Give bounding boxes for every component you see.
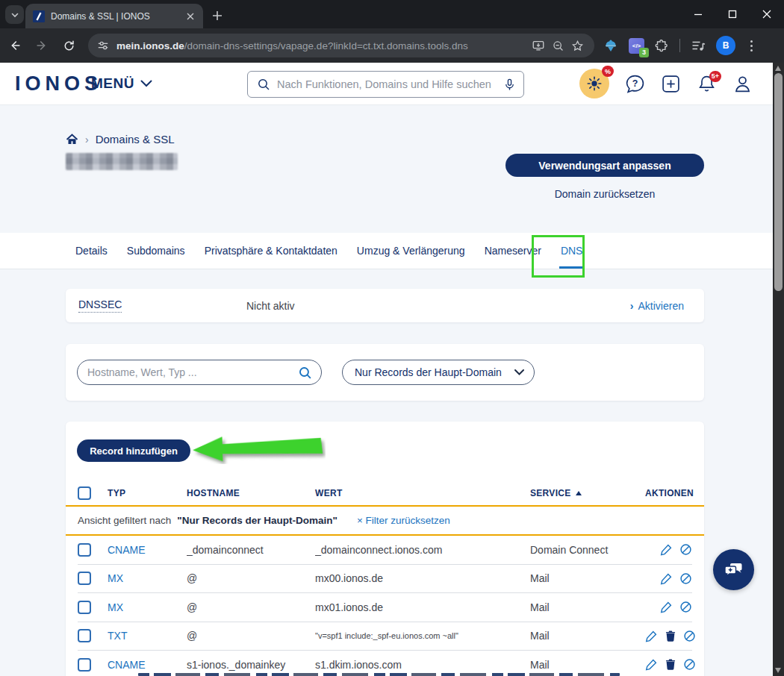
- zoom-out-icon[interactable]: [548, 36, 567, 55]
- url-text: mein.ionos.de/domain-dns-settings/vapage…: [116, 40, 529, 51]
- profile-avatar[interactable]: B: [716, 36, 735, 55]
- record-hostname: s1-ionos._domainkey: [187, 659, 315, 671]
- disable-record-icon[interactable]: [683, 630, 696, 642]
- global-search[interactable]: [247, 71, 524, 98]
- disable-record-icon[interactable]: [679, 601, 692, 613]
- select-all-checkbox[interactable]: [78, 486, 91, 500]
- record-type[interactable]: CNAME: [108, 659, 187, 671]
- disable-record-icon[interactable]: [683, 658, 696, 671]
- offers-sun-icon[interactable]: %: [579, 69, 609, 98]
- reset-domain-link[interactable]: Domain zurücksetzen: [505, 188, 704, 200]
- edit-record-icon[interactable]: [660, 572, 673, 585]
- row-checkbox[interactable]: [78, 629, 91, 642]
- tab-subdomains[interactable]: Subdomains: [127, 233, 185, 269]
- notifications-badge: 5+: [709, 71, 721, 82]
- search-submit-icon[interactable]: [298, 366, 312, 380]
- address-bar[interactable]: mein.ionos.de/domain-dns-settings/vapage…: [88, 34, 594, 57]
- scrollbar-down-arrow[interactable]: [775, 668, 781, 673]
- record-service: Mail: [530, 659, 645, 671]
- record-type[interactable]: MX: [108, 572, 187, 584]
- row-checkbox[interactable]: [78, 658, 91, 672]
- edit-record-icon[interactable]: [660, 543, 673, 556]
- row-checkbox[interactable]: [78, 543, 91, 557]
- back-button[interactable]: [3, 34, 27, 57]
- media-controls-icon[interactable]: [691, 38, 706, 53]
- record-type[interactable]: TXT: [108, 630, 187, 642]
- edit-record-icon[interactable]: [645, 630, 658, 642]
- browser-toolbar: mein.ionos.de/domain-dns-settings/vapage…: [0, 28, 784, 63]
- reset-filter-link[interactable]: × Filter zurücksetzen: [357, 515, 450, 526]
- tab-dns[interactable]: DNS: [561, 233, 583, 269]
- tab-privacy-contacts[interactable]: Privatsphäre & Kontaktdaten: [205, 233, 337, 269]
- browser-titlebar: Domains & SSL | IONOS: [0, 0, 784, 28]
- browser-menu-icon[interactable]: [746, 37, 757, 54]
- add-product-icon[interactable]: [661, 74, 681, 94]
- scrollbar-thumb[interactable]: [774, 73, 783, 291]
- table-header: TYP HOSTNAME WERT SERVICE AKTIONEN: [78, 481, 692, 505]
- delete-record-icon[interactable]: [665, 630, 676, 642]
- chat-assistant-button[interactable]: [713, 549, 754, 590]
- record-type[interactable]: MX: [108, 601, 187, 613]
- help-icon[interactable]: ?: [625, 74, 645, 94]
- col-service-sort[interactable]: SERVICE: [530, 488, 645, 498]
- new-tab-button[interactable]: [208, 6, 227, 25]
- tab-details[interactable]: Details: [75, 233, 108, 269]
- record-value: mx01.ionos.de: [315, 601, 530, 613]
- code-extension-icon[interactable]: </>3: [629, 38, 644, 54]
- record-service: Mail: [530, 572, 645, 584]
- record-value: "v=spf1 include:_spf-eu.ionos.com ~all": [315, 631, 530, 640]
- global-search-input[interactable]: [277, 78, 503, 90]
- record-type[interactable]: CNAME: [108, 544, 187, 556]
- extensions-puzzle-icon[interactable]: [655, 39, 669, 53]
- tab-transfer-renewal[interactable]: Umzug & Verlängerung: [357, 233, 465, 269]
- bot-extension-icon[interactable]: [603, 38, 618, 53]
- chevron-right-icon: ›: [630, 300, 634, 312]
- svg-text:?: ?: [632, 78, 638, 89]
- install-app-icon[interactable]: [529, 36, 548, 55]
- maximize-button[interactable]: [715, 0, 750, 28]
- reload-button[interactable]: [57, 34, 81, 57]
- chevron-down-icon: [140, 80, 152, 87]
- record-service: Domain Connect: [530, 544, 645, 556]
- disable-record-icon[interactable]: [679, 572, 692, 585]
- ionos-favicon-icon: [33, 10, 45, 22]
- site-settings-icon[interactable]: [97, 40, 109, 51]
- scrollbar-up-arrow[interactable]: [775, 66, 781, 71]
- dnssec-label[interactable]: DNSSEC: [78, 298, 122, 313]
- page-viewport: IONOS MENÜ % ?: [0, 63, 784, 676]
- account-user-icon[interactable]: [732, 74, 753, 94]
- forward-button[interactable]: [30, 34, 54, 57]
- row-checkbox[interactable]: [78, 601, 91, 614]
- close-window-button[interactable]: [750, 0, 784, 28]
- record-search-input[interactable]: [87, 366, 298, 378]
- edit-record-icon[interactable]: [660, 601, 673, 613]
- tab-search-button[interactable]: [5, 5, 24, 24]
- add-record-button[interactable]: Record hinzufügen: [77, 439, 190, 462]
- notifications-bell-icon[interactable]: 5+: [697, 74, 717, 94]
- ionos-logo[interactable]: IONOS: [15, 72, 102, 96]
- record-hostname: _domainconnect: [187, 544, 315, 556]
- delete-record-icon[interactable]: [665, 658, 676, 671]
- menu-button[interactable]: MENÜ: [91, 75, 152, 92]
- edit-record-icon[interactable]: [645, 658, 658, 671]
- record-value: _domainconnect.ionos.com: [315, 544, 530, 556]
- tab-nameserver[interactable]: Nameserver: [485, 233, 541, 269]
- microphone-icon[interactable]: [503, 78, 516, 91]
- disable-record-icon[interactable]: [679, 543, 692, 556]
- browser-tab[interactable]: Domains & SSL | IONOS: [25, 4, 203, 28]
- records-card: Record hinzufügen TYP HOSTNAME WERT SERV…: [66, 422, 704, 676]
- record-scope-select[interactable]: Nur Records der Haupt-Domain: [342, 360, 535, 385]
- record-service: Mail: [530, 630, 645, 642]
- row-checkbox[interactable]: [78, 572, 91, 585]
- minimize-button[interactable]: [681, 0, 715, 28]
- record-value: s1.dkim.ionos.com: [315, 659, 530, 671]
- dnssec-activate-link[interactable]: › Aktivieren: [630, 300, 684, 312]
- breadcrumb-domains-ssl[interactable]: Domains & SSL: [96, 133, 175, 145]
- tab-close-icon[interactable]: [184, 10, 197, 23]
- record-search[interactable]: [77, 360, 322, 385]
- sort-asc-icon: [576, 491, 582, 495]
- clipped-text-row: [138, 673, 620, 676]
- adjust-usage-button[interactable]: Verwendungsart anpassen: [505, 154, 704, 177]
- bookmark-star-icon[interactable]: [567, 36, 587, 55]
- home-icon[interactable]: [66, 134, 78, 145]
